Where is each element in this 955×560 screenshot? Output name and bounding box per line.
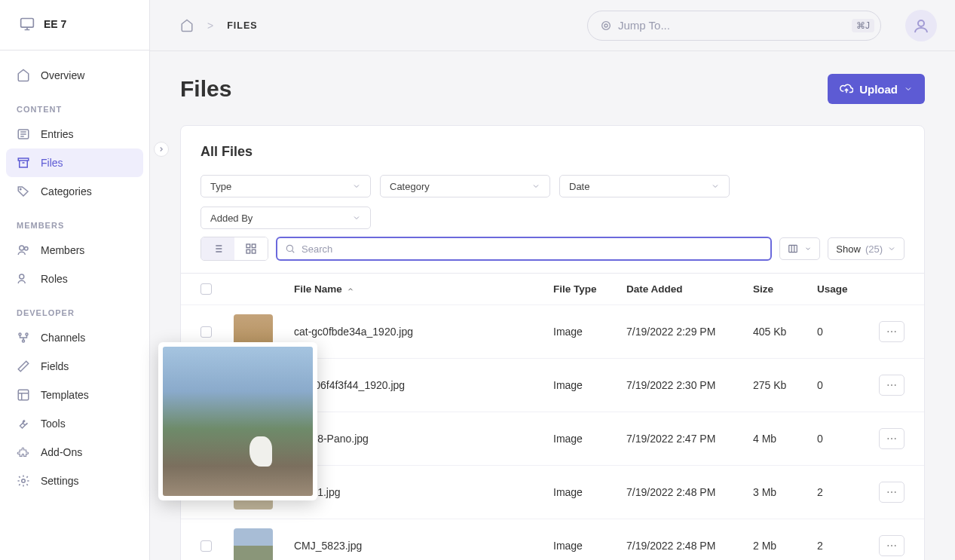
column-header-name[interactable]: File Name (294, 283, 354, 295)
filter-type[interactable]: Type (200, 175, 371, 197)
filter-category[interactable]: Category (380, 175, 550, 197)
table-header: File Name File Type Date Added Size Usag… (181, 274, 924, 305)
upload-label: Upload (859, 83, 898, 96)
row-actions-button[interactable]: ⋯ (879, 482, 904, 503)
git-branch-icon (17, 331, 30, 344)
grid-icon (245, 243, 257, 255)
file-thumbnail[interactable] (234, 528, 273, 560)
sidebar-heading-developer: DEVELOPER (6, 293, 143, 323)
sidebar-item-label: Templates (41, 389, 89, 401)
show-label: Show (836, 243, 861, 255)
svg-point-3 (20, 188, 22, 190)
edit-icon (17, 360, 30, 373)
column-header-type[interactable]: File Type (553, 283, 626, 295)
cell-type: Image (553, 540, 626, 552)
search-box[interactable] (276, 237, 772, 261)
sidebar-item-label: Members (41, 244, 84, 256)
brand-label: EE 7 (44, 18, 66, 30)
breadcrumb-current: FILES (227, 20, 257, 31)
layout-icon (17, 388, 30, 402)
home-icon[interactable] (180, 19, 194, 32)
sidebar-item-fields[interactable]: Fields (6, 352, 143, 381)
chevron-down-icon (804, 245, 812, 252)
row-actions-button[interactable]: ⋯ (879, 535, 904, 556)
sidebar-item-members[interactable]: Members (6, 236, 143, 265)
row-actions-button[interactable]: ⋯ (879, 375, 904, 396)
view-toggle (200, 237, 268, 261)
sidebar-item-roles[interactable]: Roles (6, 265, 143, 293)
panel-title: All Files (181, 126, 924, 175)
cell-date: 7/19/2022 2:30 PM (626, 379, 753, 391)
cloud-upload-icon (840, 82, 853, 96)
target-icon (600, 20, 612, 32)
sidebar-item-addons[interactable]: Add-Ons (6, 438, 143, 467)
gear-icon (17, 474, 30, 488)
row-checkbox[interactable] (200, 326, 212, 338)
sidebar-item-settings[interactable]: Settings (6, 467, 143, 495)
svg-rect-10 (18, 390, 29, 400)
newspaper-icon (17, 127, 30, 141)
select-all-checkbox[interactable] (200, 283, 212, 295)
cell-date: 7/19/2022 2:29 PM (626, 326, 753, 338)
row-actions-button[interactable]: ⋯ (879, 428, 904, 449)
sidebar: EE 7 Overview CONTENT Entries Files Cate… (0, 0, 150, 560)
svg-point-4 (20, 246, 24, 250)
row-checkbox[interactable] (200, 540, 212, 552)
sidebar-heading-content: CONTENT (6, 90, 143, 120)
search-input[interactable] (301, 243, 763, 255)
cell-type: Image (553, 486, 626, 498)
brand[interactable]: EE 7 (0, 0, 149, 50)
list-view-button[interactable] (201, 237, 234, 260)
sidebar-item-files[interactable]: Files (6, 148, 143, 177)
column-header-size[interactable]: Size (753, 283, 817, 295)
svg-point-19 (286, 245, 292, 251)
table-row[interactable]: CMJ_5823.jpg Image 7/19/2022 2:48 PM 2 M… (181, 519, 924, 560)
show-count-button[interactable]: Show (25) (828, 237, 904, 260)
chevron-right-icon (158, 145, 165, 153)
chevron-down-icon (352, 182, 361, 191)
filter-date[interactable]: Date (559, 175, 730, 197)
avatar[interactable] (905, 10, 937, 41)
sidebar-item-label: Roles (41, 273, 68, 285)
breadcrumb: > FILES (180, 19, 258, 32)
cell-usage: 0 (817, 379, 877, 391)
sidebar-item-label: Categories (41, 185, 92, 197)
sidebar-item-overview[interactable]: Overview (6, 61, 143, 90)
cell-name: _5751.jpg (294, 486, 553, 498)
page-title: Files (180, 76, 231, 102)
sidebar-item-label: Files (41, 157, 63, 169)
sidebar-item-channels[interactable]: Channels (6, 323, 143, 352)
svg-point-6 (20, 274, 24, 279)
grid-view-button[interactable] (234, 237, 268, 260)
cell-date: 7/19/2022 2:48 PM (626, 540, 753, 552)
tag-icon (17, 185, 30, 198)
sidebar-item-templates[interactable]: Templates (6, 381, 143, 409)
columns-button[interactable] (779, 237, 820, 260)
svg-point-8 (26, 333, 28, 335)
sidebar-item-entries[interactable]: Entries (6, 120, 143, 148)
cell-name: CMJ_5823.jpg (294, 540, 553, 552)
sidebar-item-label: Overview (41, 69, 84, 81)
column-header-date[interactable]: Date Added (626, 283, 753, 295)
cell-usage: 0 (817, 326, 877, 338)
svg-rect-20 (789, 245, 797, 252)
svg-point-9 (23, 340, 25, 342)
breadcrumb-separator: > (207, 20, 213, 32)
sidebar-collapse-button[interactable] (154, 142, 169, 157)
sidebar-item-tools[interactable]: Tools (6, 409, 143, 438)
image-preview-popover (158, 342, 317, 500)
upload-button[interactable]: Upload (828, 74, 925, 104)
jump-input[interactable] (618, 19, 846, 32)
cell-usage: 2 (817, 540, 877, 552)
sidebar-item-categories[interactable]: Categories (6, 177, 143, 206)
sort-asc-icon (347, 286, 354, 293)
sidebar-item-label: Add-Ons (41, 446, 82, 458)
sidebar-item-label: Channels (41, 332, 85, 344)
row-actions-button[interactable]: ⋯ (879, 321, 904, 342)
cell-type: Image (553, 433, 626, 445)
column-header-usage[interactable]: Usage (817, 283, 877, 295)
jump-to-search[interactable]: ⌘J (587, 11, 881, 41)
list-icon (212, 243, 224, 255)
filter-added-by[interactable]: Added By (200, 207, 371, 229)
jump-kbd: ⌘J (852, 19, 874, 32)
